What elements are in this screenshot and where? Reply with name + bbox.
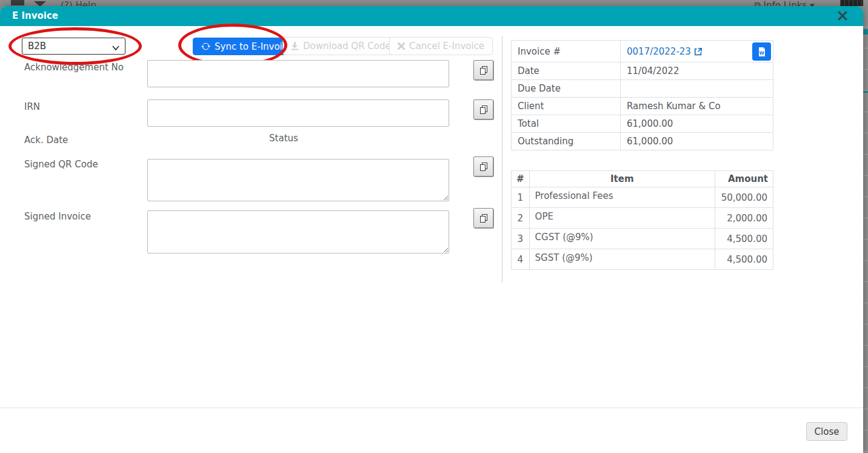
copy-signed-invoice-button[interactable] xyxy=(473,208,493,228)
invoice-type-select-wrap: B2B xyxy=(22,38,125,55)
item-name: SGST (@9%) xyxy=(529,249,715,270)
items-row: 4SGST (@9%)4,500.00 xyxy=(512,249,773,270)
cancel-einvoice-button: Cancel E-Invoice xyxy=(389,37,493,55)
item-amount: 2,000.00 xyxy=(715,208,773,229)
item-amount: 4,500.00 xyxy=(715,229,773,249)
acknowledgement-no-input[interactable] xyxy=(147,60,449,87)
item-number: 4 xyxy=(512,249,530,270)
item-name: CGST (@9%) xyxy=(529,229,715,249)
background-grid-icon xyxy=(840,0,863,6)
copy-icon xyxy=(478,104,489,115)
background-toolbar: (?) Help ⧉ Info Links ▾ xyxy=(0,0,868,6)
copy-icon xyxy=(478,161,489,172)
details-label: Date xyxy=(512,62,621,80)
modal-title: E Invoice xyxy=(12,6,58,26)
help-label: Help xyxy=(75,0,96,6)
item-number: 3 xyxy=(512,229,530,249)
modal-header: E Invoice xyxy=(0,6,863,26)
background-row-accent xyxy=(863,91,868,93)
cancel-button-label: Cancel E-Invoice xyxy=(409,41,484,52)
status-label: Status xyxy=(147,133,420,144)
background-square-icon xyxy=(11,0,24,5)
help-icon: (?) xyxy=(61,0,73,6)
items-row: 1Professional Fees50,000.00 xyxy=(512,187,773,208)
invoice-number-link[interactable]: 0017/2022-23 xyxy=(627,46,703,57)
details-row: Date11/04/2022 xyxy=(512,62,773,80)
signed-invoice-label: Signed Invoice xyxy=(24,209,133,224)
background-caret-icon xyxy=(34,1,46,6)
footer-divider xyxy=(0,408,863,408)
item-name: Professional Fees xyxy=(529,187,715,208)
item-amount: 50,000.00 xyxy=(715,187,773,208)
signed-qr-code-label: Signed QR Code xyxy=(24,157,133,172)
items-row: 3CGST (@9%)4,500.00 xyxy=(512,229,773,249)
download-button-label: Download QR Code xyxy=(303,41,391,52)
copy-irn-button[interactable] xyxy=(473,99,493,119)
word-document-button[interactable]: W xyxy=(752,42,771,61)
external-link-icon xyxy=(694,47,703,56)
details-label: Client xyxy=(512,98,621,115)
background-info-links: ⧉ Info Links ▾ xyxy=(754,0,815,6)
invoice-type-select[interactable]: B2B xyxy=(22,38,125,55)
details-label: Due Date xyxy=(512,80,621,98)
details-value: 61,000.00 xyxy=(621,115,773,133)
item-name: OPE xyxy=(529,208,715,229)
background-row-accent xyxy=(863,29,868,35)
copy-signed-qr-button[interactable] xyxy=(473,156,493,176)
word-doc-icon: W xyxy=(756,47,767,57)
details-row: Due Date xyxy=(512,80,773,98)
details-label: Total xyxy=(512,115,621,133)
item-amount: 4,500.00 xyxy=(715,249,773,270)
details-value xyxy=(621,80,773,98)
signed-invoice-textarea[interactable] xyxy=(147,210,449,253)
items-header-amount: Amount xyxy=(715,171,773,187)
sync-button-label: Sync to E-Invoice xyxy=(215,41,293,52)
details-label: Outstanding xyxy=(512,133,621,150)
download-qr-code-button: Download QR Code xyxy=(282,37,399,55)
chevron-down-icon: ▾ xyxy=(810,0,815,6)
svg-text:W: W xyxy=(759,50,764,56)
copy-icon xyxy=(478,65,489,75)
close-button[interactable]: Close xyxy=(806,422,847,441)
ack-date-label: Ack. Date xyxy=(24,133,133,148)
background-page-edge xyxy=(863,6,868,453)
copy-icon xyxy=(478,213,489,223)
download-icon xyxy=(291,42,299,50)
e-invoice-modal: E Invoice B2B Sync to E-Invoice xyxy=(0,6,863,453)
details-label: Invoice # xyxy=(512,41,621,62)
details-value: Ramesh Kumar & Co xyxy=(621,98,773,115)
external-link-icon: ⧉ xyxy=(754,0,761,6)
details-row: ClientRamesh Kumar & Co xyxy=(512,98,773,115)
invoice-details-table: Invoice #0017/2022-23WDate11/04/2022Due … xyxy=(511,40,773,150)
details-value: 11/04/2022 xyxy=(621,62,773,80)
details-row: Invoice #0017/2022-23W xyxy=(512,41,773,62)
irn-label: IRN xyxy=(24,99,133,115)
acknowledgement-no-label: Acknowledgement No xyxy=(24,60,133,75)
details-row: Outstanding61,000.00 xyxy=(512,133,773,150)
info-links-label: Info Links xyxy=(764,0,807,6)
irn-input[interactable] xyxy=(147,99,449,127)
x-icon xyxy=(398,42,405,50)
items-row: 2OPE2,000.00 xyxy=(512,208,773,229)
sync-refresh-icon xyxy=(201,42,210,51)
invoice-items-table: #ItemAmount 1Professional Fees50,000.002… xyxy=(511,170,773,270)
item-number: 1 xyxy=(512,187,530,208)
vertical-divider xyxy=(502,36,502,282)
details-value: 61,000.00 xyxy=(621,133,773,150)
signed-qr-code-textarea[interactable] xyxy=(147,159,449,201)
copy-acknowledgement-button[interactable] xyxy=(473,60,493,80)
background-help-link: (?) Help xyxy=(61,0,96,6)
details-row: Total61,000.00 xyxy=(512,115,773,133)
item-number: 2 xyxy=(512,208,530,229)
items-header-num: # xyxy=(512,171,530,187)
details-value: 0017/2022-23W xyxy=(621,41,773,62)
items-header-item: Item xyxy=(529,171,715,187)
close-icon[interactable] xyxy=(835,9,850,24)
